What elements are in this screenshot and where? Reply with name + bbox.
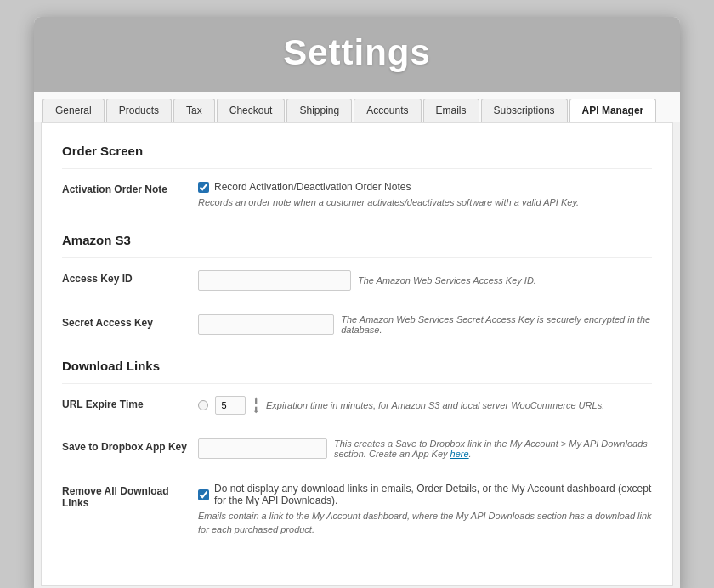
remove-links-checkbox-label: Do not display any download links in ema… — [214, 483, 652, 506]
tab-products[interactable]: Products — [106, 99, 172, 122]
dropbox-hint: This creates a Save to Dropbox link in t… — [334, 438, 652, 459]
access-key-id-input[interactable] — [198, 270, 351, 291]
secret-access-key-input[interactable] — [198, 314, 334, 335]
url-expire-time-row: URL Expire Time ⬆⬇ Expiration time in mi… — [62, 396, 652, 427]
remove-links-hint: Emails contain a link to the My Account … — [198, 510, 652, 536]
dropbox-input-row: This creates a Save to Dropbox link in t… — [198, 438, 652, 459]
page-title: Settings — [34, 32, 680, 73]
download-links-title: Download Links — [62, 359, 652, 373]
tab-api-manager[interactable]: API Manager — [570, 99, 657, 122]
url-expire-time-content: ⬆⬇ Expiration time in minutes, for Amazo… — [198, 396, 652, 415]
access-key-id-row: Access Key ID The Amazon Web Services Ac… — [62, 270, 652, 302]
activation-order-note-checkbox[interactable] — [198, 182, 209, 193]
save-dropbox-content: This creates a Save to Dropbox link in t… — [198, 438, 652, 459]
order-screen-section: Order Screen Activation Order Note Recor… — [62, 144, 652, 221]
tab-tax[interactable]: Tax — [173, 99, 215, 122]
activation-checkbox-row: Record Activation/Deactivation Order Not… — [198, 181, 652, 193]
settings-content: Order Screen Activation Order Note Recor… — [41, 122, 673, 586]
divider-2 — [62, 257, 652, 258]
activation-order-note-row: Activation Order Note Record Activation/… — [62, 181, 652, 221]
url-expire-hint: Expiration time in minutes, for Amazon S… — [266, 400, 604, 410]
tab-shipping[interactable]: Shipping — [286, 99, 352, 122]
remove-download-links-content: Do not display any download links in ema… — [198, 483, 652, 536]
amazon-s3-title: Amazon S3 — [62, 233, 652, 247]
divider-3 — [62, 383, 652, 384]
url-expire-input-row: ⬆⬇ Expiration time in minutes, for Amazo… — [198, 396, 652, 415]
remove-download-links-row: Remove All Download Links Do not display… — [62, 483, 652, 548]
remove-download-links-label: Remove All Download Links — [62, 483, 198, 509]
download-links-section: Download Links URL Expire Time ⬆⬇ Expira… — [62, 359, 652, 548]
activation-order-note-content: Record Activation/Deactivation Order Not… — [198, 181, 652, 209]
tab-bar: General Products Tax Checkout Shipping A… — [34, 92, 680, 122]
url-expire-time-input[interactable] — [215, 396, 246, 415]
activation-hint: Records an order note when a customer ac… — [198, 196, 652, 209]
dropbox-here-link[interactable]: here — [450, 449, 469, 459]
access-key-hint: The Amazon Web Services Access Key ID. — [358, 275, 536, 286]
secret-access-key-row: Secret Access Key The Amazon Web Service… — [62, 314, 652, 347]
page-header: Settings — [34, 17, 680, 92]
radio-dot-icon — [198, 400, 208, 410]
tab-subscriptions[interactable]: Subscriptions — [481, 99, 568, 122]
save-dropbox-label: Save to Dropbox App Key — [62, 438, 198, 453]
tab-accounts[interactable]: Accounts — [354, 99, 421, 122]
activation-order-note-label: Activation Order Note — [62, 181, 198, 195]
tab-checkout[interactable]: Checkout — [217, 99, 286, 122]
amazon-s3-section: Amazon S3 Access Key ID The Amazon Web S… — [62, 233, 652, 347]
secret-key-hint: The Amazon Web Services Secret Access Ke… — [341, 314, 652, 335]
spinner-icon: ⬆⬇ — [252, 396, 259, 415]
remove-links-checkbox-row: Do not display any download links in ema… — [198, 483, 652, 506]
tab-emails[interactable]: Emails — [423, 99, 479, 122]
tab-general[interactable]: General — [42, 99, 105, 122]
divider-1 — [62, 168, 652, 169]
access-key-id-label: Access Key ID — [62, 270, 198, 285]
secret-access-key-label: Secret Access Key — [62, 314, 198, 329]
activation-checkbox-label: Record Activation/Deactivation Order Not… — [214, 181, 411, 193]
access-key-id-content: The Amazon Web Services Access Key ID. — [198, 270, 652, 291]
settings-window: Settings General Products Tax Checkout S… — [34, 17, 680, 588]
save-dropbox-row: Save to Dropbox App Key This creates a S… — [62, 438, 652, 471]
remove-download-links-checkbox[interactable] — [198, 489, 209, 500]
url-expire-time-label: URL Expire Time — [62, 396, 198, 410]
secret-access-key-content: The Amazon Web Services Secret Access Ke… — [198, 314, 652, 335]
order-screen-title: Order Screen — [62, 144, 652, 158]
access-key-input-row: The Amazon Web Services Access Key ID. — [198, 270, 652, 291]
dropbox-app-key-input[interactable] — [198, 438, 327, 459]
secret-key-input-row: The Amazon Web Services Secret Access Ke… — [198, 314, 652, 335]
